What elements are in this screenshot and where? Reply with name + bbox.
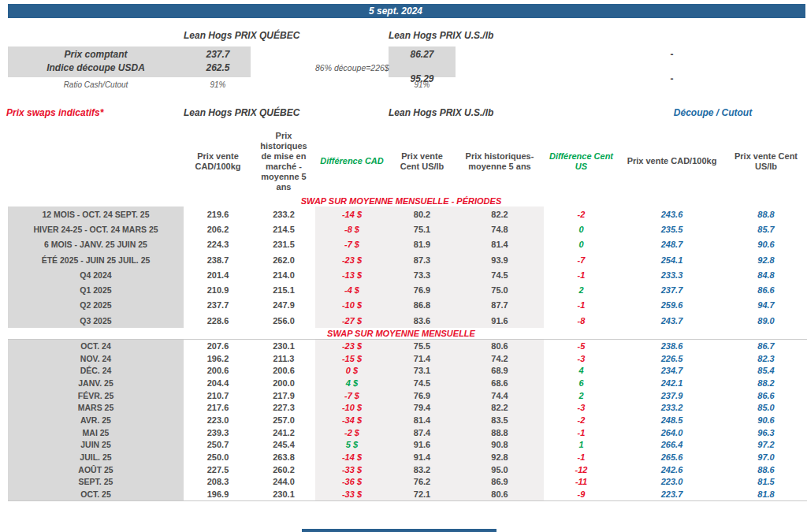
cell-us-hist-price: 68.6 (456, 377, 544, 389)
cell-diff-cad: -33 $ (315, 488, 389, 500)
swap-monthly-table: OCT. 24207.6230.1-23 $75.580.6-5238.686.… (8, 339, 807, 501)
cell-period-label: MAI 25 (8, 426, 184, 439)
spot-price-us-value: 86.27 (389, 47, 456, 62)
cutout-title: Découpe / Cutout (619, 107, 807, 118)
cell-cutout-us: 92.8 (725, 252, 807, 267)
cell-diff-us: 2 (544, 282, 619, 297)
cell-period-label: SEPT. 25 (8, 476, 184, 489)
cell-diff-us: -3 (544, 401, 619, 414)
cell-qc-hist-price: 262.0 (252, 252, 315, 267)
cell-diff-us: -2 (544, 206, 619, 221)
cell-period-label: JUIL. 25 (8, 451, 184, 463)
cell-diff-cad: -8 $ (315, 221, 389, 236)
cell-cutout-cad: 265.6 (619, 451, 725, 463)
cell-period-label: NOV. 24 (8, 352, 184, 365)
cell-period-label: Q2 2025 (8, 298, 184, 313)
cell-qc-hist-price: 214.0 (252, 267, 315, 282)
column-header: Prix vente Cent US/lb (725, 151, 807, 172)
cell-cutout-us: 88.6 (725, 463, 807, 476)
cell-us-sell-price: 87.4 (389, 426, 456, 439)
cell-cutout-cad: 238.6 (619, 340, 725, 352)
cell-diff-us: 1 (544, 439, 619, 452)
cell-qc-hist-price: 233.2 (252, 206, 315, 221)
cell-period-label: AOÛT 25 (8, 463, 184, 476)
cell-qc-hist-price: 260.2 (252, 463, 315, 476)
cell-cutout-cad: 233.2 (619, 401, 725, 414)
cell-us-hist-price: 86.9 (456, 476, 544, 489)
cell-diff-us: -1 (544, 298, 619, 313)
cell-cutout-cad: 254.1 (619, 252, 725, 267)
date-text: 5 sept. 2024 (8, 4, 805, 18)
cell-us-sell-price: 83.2 (389, 463, 456, 476)
cell-qc-sell-price: 210.7 (184, 389, 252, 402)
cell-qc-sell-price: 196.9 (184, 488, 252, 500)
table-row: SEPT. 25208.3244.0-36 $76.286.9-11223.08… (8, 476, 807, 489)
cell-qc-hist-price: 215.1 (252, 282, 315, 297)
cell-cutout-cad: 223.0 (619, 476, 725, 489)
cell-us-hist-price: 82.2 (456, 401, 544, 414)
cell-diff-cad: -33 $ (315, 463, 389, 476)
ratio-label: Ratio Cash/Cutout (8, 77, 184, 93)
column-header: Différence Cent US (544, 151, 619, 172)
cutout-note: 86% découpe=226$ (315, 62, 456, 73)
cell-us-sell-price: 86.8 (389, 298, 456, 313)
cell-us-sell-price: 79.4 (389, 401, 456, 414)
cell-diff-us: -9 (544, 488, 619, 500)
cell-qc-sell-price: 217.6 (184, 401, 252, 414)
table-row: OCT. 24207.6230.1-23 $75.580.6-5238.686.… (8, 340, 807, 352)
cell-qc-hist-price: 230.1 (252, 488, 315, 500)
cell-cutout-cad: 248.5 (619, 414, 725, 426)
swap-periods-table: 12 MOIS - OCT. 24 SEPT. 25219.6233.2-14 … (8, 206, 807, 328)
cell-cutout-cad: 242.6 (619, 463, 725, 476)
cell-diff-us: -11 (544, 476, 619, 489)
cell-cutout-cad: 237.7 (619, 282, 725, 297)
cell-cutout-cad: 264.0 (619, 426, 725, 439)
cell-us-sell-price: 87.3 (389, 252, 456, 267)
cell-period-label: 6 MOIS - JANV. 25 JUIN 25 (8, 237, 184, 252)
table-row: 12 MOIS - OCT. 24 SEPT. 25219.6233.2-14 … (8, 206, 807, 221)
cell-cutout-us: 81.5 (725, 476, 807, 489)
table-row: NOV. 24196.2211.3-15 $71.474.2-3226.582.… (8, 352, 807, 365)
cell-diff-us: -7 (544, 252, 619, 267)
cell-us-hist-price: 95.0 (456, 463, 544, 476)
table-row: MARS 25217.6227.3-10 $79.482.2-3233.285.… (8, 401, 807, 414)
cell-diff-us: -1 (544, 267, 619, 282)
cell-us-sell-price: 91.4 (389, 451, 456, 463)
cell-period-label: AVR. 25 (8, 414, 184, 426)
cell-diff-cad: -15 $ (315, 352, 389, 365)
cell-qc-hist-price: 256.0 (252, 313, 315, 328)
cell-qc-sell-price: 239.3 (184, 426, 252, 439)
cell-diff-cad: 0 $ (315, 364, 389, 377)
cell-period-label: DÉC. 24 (8, 364, 184, 377)
cell-qc-hist-price: 217.9 (252, 389, 315, 402)
cell-cutout-us: 86.6 (725, 389, 807, 402)
cell-cutout-cad: 243.6 (619, 206, 725, 221)
cell-qc-hist-price: 247.9 (252, 298, 315, 313)
cell-cutout-cad: 266.4 (619, 439, 725, 452)
cell-qc-sell-price: 201.4 (184, 267, 252, 282)
cell-diff-cad: -13 $ (315, 267, 389, 282)
cell-period-label: JANV. 25 (8, 377, 184, 389)
cell-qc-hist-price: 244.0 (252, 476, 315, 489)
cell-qc-sell-price: 206.2 (184, 221, 252, 236)
cell-period-label: ÉTÉ 2025 - JUIN 25 JUIL. 25 (8, 252, 184, 267)
cell-qc-sell-price: 227.5 (184, 463, 252, 476)
cell-us-sell-price: 80.2 (389, 206, 456, 221)
cell-period-label: MARS 25 (8, 401, 184, 414)
cutout-index-label: Indice découpe USDA (8, 62, 184, 73)
cell-diff-us: -5 (544, 340, 619, 352)
table-row: FÉVR. 25210.7217.9-7 $76.974.42237.986.6 (8, 389, 807, 402)
cell-diff-us: 2 (544, 389, 619, 402)
cell-diff-us: 4 (544, 364, 619, 377)
cell-us-hist-price: 80.6 (456, 340, 544, 352)
cell-qc-sell-price: 237.7 (184, 298, 252, 313)
cell-cutout-us: 81.8 (725, 488, 807, 500)
cell-cutout-us: 97.2 (725, 439, 807, 452)
date-banner: 5 sept. 2024 (8, 4, 805, 18)
column-headers: Prix vente CAD/100kgPrix historiques de … (8, 131, 807, 192)
cutout-index-qc-value: 262.5 (184, 62, 252, 73)
cell-us-sell-price: 73.3 (389, 267, 456, 282)
cell-qc-hist-price: 231.5 (252, 237, 315, 252)
cell-us-hist-price: 92.8 (456, 451, 544, 463)
cell-cutout-us: 86.7 (725, 340, 807, 352)
